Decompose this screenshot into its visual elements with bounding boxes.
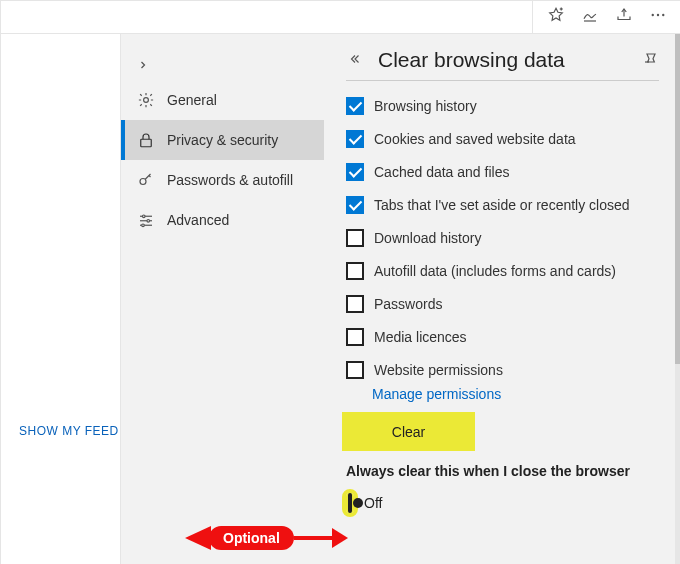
- always-clear-heading: Always clear this when I close the brows…: [346, 463, 659, 479]
- favorites-icon[interactable]: [547, 6, 565, 28]
- checkbox-label: Browsing history: [374, 98, 477, 114]
- optional-annotation: Optional: [209, 526, 334, 550]
- checkbox[interactable]: [346, 130, 364, 148]
- notes-icon[interactable]: [581, 6, 599, 28]
- checkbox-row[interactable]: Browsing history: [346, 97, 659, 115]
- svg-point-7: [140, 179, 146, 185]
- svg-point-2: [652, 14, 654, 16]
- sidebar-item-privacy-security[interactable]: Privacy & security: [121, 120, 324, 160]
- checkbox-list: Browsing historyCookies and saved websit…: [346, 97, 659, 379]
- checkbox[interactable]: [346, 196, 364, 214]
- checkbox-label: Passwords: [374, 296, 442, 312]
- settings-sidebar: General Privacy & security Passwords & a…: [121, 34, 324, 564]
- key-icon: [137, 171, 155, 189]
- clear-button[interactable]: Clear: [346, 416, 471, 447]
- checkbox[interactable]: [346, 229, 364, 247]
- always-clear-toggle-row: Off: [346, 493, 382, 513]
- sidebar-item-general[interactable]: General: [121, 80, 324, 120]
- checkbox-row[interactable]: Autofill data (includes forms and cards): [346, 262, 659, 280]
- sliders-icon: [137, 211, 155, 229]
- checkbox-row[interactable]: Media licences: [346, 328, 659, 346]
- panel-title: Clear browsing data: [378, 48, 565, 72]
- svg-rect-6: [141, 139, 152, 147]
- svg-point-5: [144, 98, 149, 103]
- sidebar-item-label: Privacy & security: [167, 132, 278, 148]
- settings-panel: Clear browsing data Browsing historyCook…: [324, 34, 680, 564]
- content-body: SHOW MY FEED General Privacy & security …: [1, 34, 680, 564]
- sidebar-item-passwords-autofill[interactable]: Passwords & autofill: [121, 160, 324, 200]
- sidebar-item-label: Advanced: [167, 212, 229, 228]
- checkbox-row[interactable]: Cookies and saved website data: [346, 130, 659, 148]
- toggle-state-label: Off: [364, 495, 382, 511]
- page-left-column: SHOW MY FEED: [1, 34, 121, 564]
- checkbox-row[interactable]: Download history: [346, 229, 659, 247]
- title-bar-icons: [533, 6, 680, 28]
- checkbox-label: Tabs that I've set aside or recently clo…: [374, 197, 630, 213]
- always-clear-toggle[interactable]: [348, 493, 352, 513]
- svg-point-11: [142, 215, 145, 218]
- checkbox[interactable]: [346, 295, 364, 313]
- checkbox-row[interactable]: Passwords: [346, 295, 659, 313]
- address-bar[interactable]: [1, 1, 533, 33]
- window: SHOW MY FEED General Privacy & security …: [0, 0, 680, 564]
- panel-header: Clear browsing data: [346, 48, 659, 81]
- checkbox[interactable]: [346, 361, 364, 379]
- checkbox-label: Media licences: [374, 329, 467, 345]
- checkbox[interactable]: [346, 163, 364, 181]
- checkbox[interactable]: [346, 262, 364, 280]
- optional-label: Optional: [209, 526, 294, 550]
- svg-point-3: [657, 14, 659, 16]
- sidebar-back-button[interactable]: [121, 48, 324, 80]
- lock-icon: [137, 131, 155, 149]
- svg-point-13: [142, 224, 145, 227]
- checkbox-row[interactable]: Cached data and files: [346, 163, 659, 181]
- svg-point-12: [147, 219, 150, 222]
- share-icon[interactable]: [615, 6, 633, 28]
- title-bar: [1, 1, 680, 34]
- svg-point-4: [662, 14, 664, 16]
- sidebar-item-label: Passwords & autofill: [167, 172, 293, 188]
- checkbox-label: Autofill data (includes forms and cards): [374, 263, 616, 279]
- sidebar-item-label: General: [167, 92, 217, 108]
- more-icon[interactable]: [649, 6, 667, 28]
- checkbox[interactable]: [346, 328, 364, 346]
- checkbox-label: Download history: [374, 230, 481, 246]
- manage-permissions-link[interactable]: Manage permissions: [372, 386, 659, 402]
- show-my-feed-link[interactable]: SHOW MY FEED: [19, 424, 119, 438]
- arrow-icon: [294, 536, 334, 540]
- gear-icon: [137, 91, 155, 109]
- scrollbar[interactable]: [675, 34, 680, 564]
- checkbox-label: Cookies and saved website data: [374, 131, 576, 147]
- checkbox-label: Website permissions: [374, 362, 503, 378]
- checkbox[interactable]: [346, 97, 364, 115]
- checkbox-label: Cached data and files: [374, 164, 509, 180]
- pin-icon[interactable]: [643, 52, 659, 71]
- checkbox-row[interactable]: Website permissions: [346, 361, 659, 379]
- sidebar-item-advanced[interactable]: Advanced: [121, 200, 324, 240]
- panel-back-button[interactable]: [346, 50, 364, 71]
- checkbox-row[interactable]: Tabs that I've set aside or recently clo…: [346, 196, 659, 214]
